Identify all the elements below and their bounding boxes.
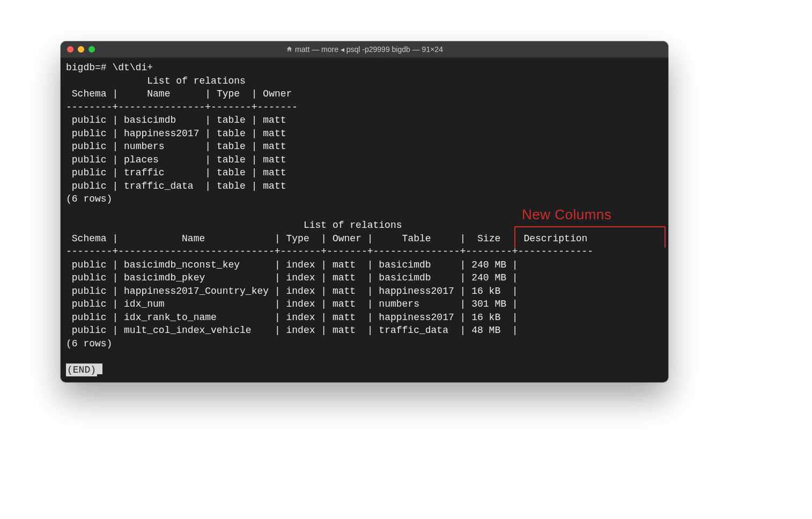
col-size: Size bbox=[477, 233, 500, 244]
table2-footer: (6 rows) bbox=[66, 338, 112, 349]
table-row: public | numbers | table | matt bbox=[66, 141, 286, 152]
table2-title: List of relations bbox=[304, 220, 402, 231]
col-name: Name bbox=[147, 88, 170, 99]
table-row: public | places | table | matt bbox=[66, 154, 286, 165]
table1-footer: (6 rows) bbox=[66, 194, 112, 204]
terminal-window[interactable]: matt — more ◂ psql -p29999 bigdb — 91×24… bbox=[61, 41, 668, 382]
table-row: public | traffic | table | matt bbox=[66, 167, 286, 178]
col-description: Description bbox=[523, 233, 587, 244]
table-row: public | mult_col_index_vehicle | index … bbox=[66, 325, 518, 336]
close-icon[interactable] bbox=[67, 46, 73, 53]
prompt-line: bigdb=# \dt\di+ bbox=[66, 62, 153, 73]
col-type: Type bbox=[286, 233, 309, 244]
col-schema: Schema bbox=[72, 88, 107, 99]
terminal-body[interactable]: bigdb=# \dt\di+ List of relations Schema… bbox=[61, 58, 668, 382]
pager-end-marker: (END) bbox=[66, 364, 97, 377]
table1-divider: --------+---------------+-------+------- bbox=[66, 102, 298, 113]
table2-title-line: List of relations bbox=[66, 220, 402, 231]
table-row: public | basicimdb_pkey | index | matt |… bbox=[66, 272, 518, 283]
window-title-text: matt — more ◂ psql -p29999 bigdb — 91×24 bbox=[295, 45, 443, 54]
window-title: matt — more ◂ psql -p29999 bigdb — 91×24 bbox=[61, 45, 668, 54]
cursor-icon bbox=[97, 364, 102, 374]
col-name: Name bbox=[182, 233, 205, 244]
traffic-lights bbox=[67, 46, 95, 53]
minimize-icon[interactable] bbox=[78, 46, 84, 53]
col-table: Table bbox=[402, 233, 431, 244]
col-owner: Owner bbox=[333, 233, 361, 244]
table2-header-line: Schema | Name | Type | Owner | Table | S… bbox=[66, 233, 587, 244]
home-icon bbox=[286, 46, 293, 54]
table-row: public | happiness2017_Country_key | ind… bbox=[66, 286, 518, 296]
table-row: public | basicimdb | table | matt bbox=[66, 115, 286, 125]
table1-title: List of relations bbox=[147, 76, 246, 86]
table-row: public | idx_rank_to_name | index | matt… bbox=[66, 312, 518, 323]
col-type: Type bbox=[217, 88, 240, 99]
titlebar[interactable]: matt — more ◂ psql -p29999 bigdb — 91×24 bbox=[61, 41, 668, 58]
col-owner: Owner bbox=[263, 88, 292, 99]
table-row: public | traffic_data | table | matt bbox=[66, 181, 286, 191]
col-schema: Schema bbox=[72, 233, 107, 244]
table2-divider: --------+---------------------------+---… bbox=[66, 246, 593, 257]
table1-title-line: List of relations bbox=[66, 76, 246, 86]
table1-header-line: Schema | Name | Type | Owner bbox=[66, 88, 292, 99]
table-row: public | happiness2017 | table | matt bbox=[66, 128, 286, 139]
table-row: public | basicimdb_nconst_key | index | … bbox=[66, 260, 518, 270]
table-row: public | idx_num | index | matt | number… bbox=[66, 299, 518, 309]
zoom-icon[interactable] bbox=[88, 46, 95, 53]
